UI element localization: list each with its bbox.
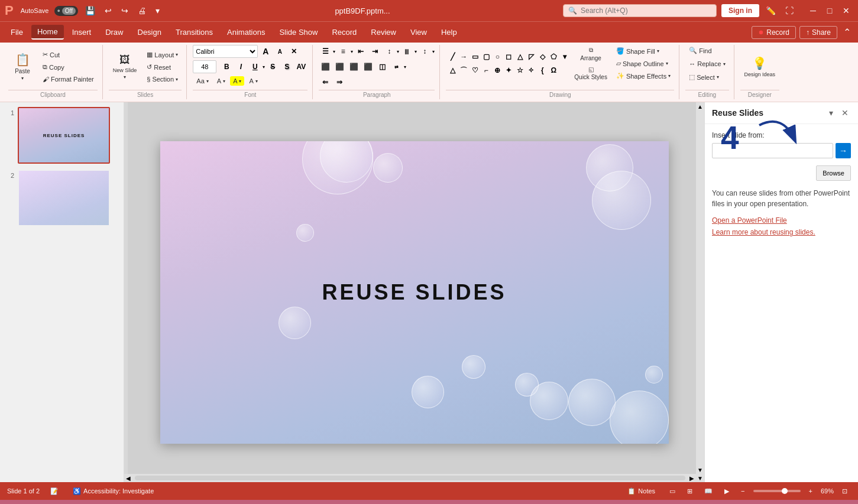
zoom-out-button[interactable]: − (737, 486, 748, 496)
print-button[interactable]: 🖨 (135, 5, 148, 17)
search-bar[interactable]: 🔍 (563, 4, 717, 17)
slide-thumbnail-1[interactable]: REUSE SLIDES (18, 107, 110, 164)
fullscreen-icon[interactable]: ⛶ (782, 5, 797, 17)
slide-show-button[interactable]: ▶ (721, 486, 733, 496)
indent-increase-button[interactable]: ⇥ (368, 45, 381, 58)
format-painter-button[interactable]: 🖌 Format Painter (39, 74, 98, 84)
text-direction-dropdown[interactable]: ▾ (432, 49, 435, 54)
shadow-button[interactable]: S (280, 60, 293, 73)
fit-to-window-button[interactable]: ⊡ (838, 486, 851, 496)
insert-from-input[interactable] (712, 143, 833, 158)
paste-button[interactable]: 📋 Paste ▾ (8, 50, 37, 83)
slide-thumb-2[interactable]: 2 (5, 170, 119, 226)
shape-effects-dropdown[interactable]: ▾ (668, 73, 671, 79)
shape-effects-button[interactable]: ✨ Shape Effects ▾ (613, 70, 674, 82)
open-powerpoint-link[interactable]: Open a PowerPoint File (712, 216, 851, 225)
menu-review[interactable]: Review (365, 25, 402, 39)
shape-fill-dropdown[interactable]: ▾ (657, 48, 659, 54)
font-family-select[interactable]: Calibri (193, 45, 258, 58)
columns-dropdown[interactable]: ▾ (415, 49, 417, 54)
zoom-in-button[interactable]: + (805, 486, 816, 496)
notes-panel-button[interactable]: 📝 (47, 486, 62, 496)
normal-view-button[interactable]: ▭ (666, 486, 679, 496)
bullets-dropdown[interactable]: ▾ (333, 49, 335, 54)
new-slide-dropdown[interactable]: ▾ (124, 74, 126, 80)
menu-home[interactable]: Home (31, 25, 64, 40)
menu-file[interactable]: File (5, 25, 29, 39)
undo-button[interactable]: ↩ (102, 5, 114, 17)
slide-title[interactable]: REUSE SLIDES (322, 280, 506, 305)
select-button[interactable]: ⬚ Select ▾ (685, 71, 723, 83)
panel-minimize-button[interactable]: ▾ (827, 107, 836, 119)
align-left-button[interactable]: ⬛ (319, 60, 332, 73)
slide-sorter-button[interactable]: ⊞ (684, 486, 696, 496)
convert-dropdown[interactable]: ▾ (404, 64, 406, 70)
autosave-toggle[interactable]: ● Off (54, 6, 78, 16)
customize-qat-button[interactable]: ▾ (153, 5, 162, 17)
copy-button[interactable]: ⧉ Copy (39, 61, 98, 73)
close-button[interactable]: ✕ (839, 4, 853, 18)
scroll-right-button[interactable]: ▶ (688, 474, 696, 482)
indent-decrease-button[interactable]: ⇤ (354, 45, 367, 58)
go-button[interactable]: → (836, 143, 851, 158)
design-ideas-button[interactable]: 💡 Design Ideas (740, 54, 780, 80)
redo-button[interactable]: ↪ (119, 5, 131, 17)
smart-art-button[interactable]: ◫ (375, 60, 388, 73)
section-button[interactable]: § Section ▾ (143, 74, 182, 84)
underline-dropdown[interactable]: ▾ (263, 64, 265, 70)
replace-dropdown[interactable]: ▾ (723, 61, 726, 67)
pen-icon[interactable]: ✏️ (763, 5, 779, 17)
replace-button[interactable]: ↔ Replace ▾ (685, 58, 729, 69)
kerning-button[interactable]: AV (294, 60, 307, 73)
menu-help[interactable]: Help (435, 25, 463, 39)
align-center-button[interactable]: ⬛ (333, 60, 346, 73)
clear-format-button[interactable]: ✕ (287, 45, 300, 58)
shape-fill-button[interactable]: 🪣 Shape Fill ▾ (613, 45, 674, 57)
slide-canvas[interactable]: REUSE SLIDES (160, 141, 669, 444)
panel-close-button[interactable]: ✕ (839, 107, 851, 119)
menu-slideshow[interactable]: Slide Show (273, 25, 323, 39)
convert-to-smartart[interactable]: ⇄ (390, 60, 403, 73)
layout-button[interactable]: ▦ Layout ▾ (143, 49, 182, 60)
layout-dropdown[interactable]: ▾ (176, 52, 178, 57)
line-spacing-dropdown[interactable]: ▾ (397, 49, 399, 54)
text-highlight-color[interactable]: A ▾ (245, 76, 261, 86)
rtl-button[interactable]: ⇐ (319, 76, 332, 89)
scroll-extra-down[interactable]: ▼ (696, 474, 704, 482)
align-right-button[interactable]: ⬛ (347, 60, 360, 73)
save-button[interactable]: 💾 (83, 5, 98, 17)
italic-button[interactable]: I (234, 60, 247, 73)
ltr-button[interactable]: ⇒ (333, 76, 346, 89)
menu-view[interactable]: View (404, 25, 433, 39)
justify-button[interactable]: ⬛ (361, 60, 374, 73)
shape-misc[interactable]: Ω (547, 64, 560, 77)
select-dropdown[interactable]: ▾ (717, 74, 719, 80)
scroll-down-button[interactable]: ▼ (696, 466, 704, 474)
quick-styles-button[interactable]: ◱ Quick Styles (572, 64, 609, 82)
section-dropdown[interactable]: ▾ (176, 77, 178, 82)
menu-design[interactable]: Design (132, 25, 167, 39)
paste-dropdown-icon[interactable]: ▾ (21, 76, 24, 81)
learn-more-link[interactable]: Learn more about reusing slides. (712, 228, 851, 236)
shape-outline-dropdown[interactable]: ▾ (666, 61, 668, 66)
accessibility-button[interactable]: ♿ Accessibility: Investigate (69, 486, 157, 496)
text-direction-button[interactable]: ↕ (418, 45, 431, 58)
shape-outline-button[interactable]: ▱ Shape Outline ▾ (613, 58, 674, 69)
new-slide-button[interactable]: 🖼 New Slide ▾ (109, 51, 141, 82)
line-spacing-button[interactable]: ↕ (383, 45, 396, 58)
underline-button[interactable]: U (248, 60, 261, 73)
highlight-button[interactable]: A ▾ (230, 76, 244, 86)
menu-record[interactable]: Record (326, 25, 362, 39)
columns-button[interactable]: ⫼ (400, 45, 413, 58)
increase-font-button[interactable]: A (259, 45, 272, 58)
browse-button[interactable]: Browse (816, 165, 851, 181)
zoom-slider[interactable] (753, 490, 801, 492)
slide-thumb-1[interactable]: 1 REUSE SLIDES (5, 107, 119, 164)
font-size-input[interactable] (193, 60, 216, 73)
menu-transitions[interactable]: Transitions (170, 25, 219, 39)
minimize-button[interactable]: ─ (806, 4, 820, 18)
maximize-button[interactable]: □ (823, 4, 837, 18)
notes-button[interactable]: 📋 Notes (624, 486, 659, 496)
slide-thumbnail-2[interactable] (18, 170, 110, 226)
change-case-button[interactable]: Aa ▾ (193, 76, 212, 86)
